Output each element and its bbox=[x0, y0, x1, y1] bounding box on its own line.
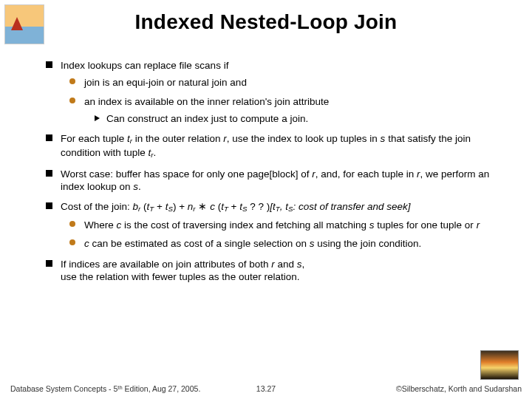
bullet-4-2-text: c can be estimated as cost of a single s… bbox=[84, 238, 421, 249]
slide-title: Indexed Nested-Loop Join bbox=[0, 0, 532, 34]
bullet-4: Cost of the join: br (tT + tS) + nr ∗ c … bbox=[46, 200, 510, 250]
slide-body: Index lookups can replace file scans if … bbox=[46, 59, 510, 290]
footer-right: ©Silberschatz, Korth and Sudarshan bbox=[396, 384, 522, 393]
bullet-5-text: If indices are available on join attribu… bbox=[61, 259, 304, 282]
bullet-1-2-1: Can construct an index just to compute a… bbox=[95, 112, 510, 125]
bullet-3: Worst case: buffer has space for only on… bbox=[46, 168, 510, 194]
bullet-1-1-text: join is an equi-join or natural join and bbox=[84, 77, 247, 88]
footer: Database System Concepts - 5th Edition, … bbox=[0, 384, 532, 393]
bullet-4-1-text: Where c is the cost of traversing index … bbox=[84, 219, 480, 231]
bullet-4-2: c can be estimated as cost of a single s… bbox=[69, 237, 510, 250]
bullet-4-1: Where c is the cost of traversing index … bbox=[69, 219, 510, 231]
bullet-1-1: join is an equi-join or natural join and bbox=[69, 76, 510, 89]
bullet-1-2: an index is available on the inner relat… bbox=[69, 95, 510, 126]
bullet-1-text: Index lookups can replace file scans if bbox=[61, 60, 228, 71]
bullet-2: For each tuple tr in the outer relation … bbox=[46, 132, 510, 160]
bullet-1-2-1-text: Can construct an index just to compute a… bbox=[106, 113, 308, 124]
bullet-3-text: Worst case: buffer has space for only on… bbox=[61, 168, 489, 192]
logo-top-left bbox=[4, 4, 44, 44]
bullet-1-2-text: an index is available on the inner relat… bbox=[84, 96, 329, 107]
bullet-1: Index lookups can replace file scans if … bbox=[46, 59, 510, 125]
bullet-2-text: For each tuple tr in the outer relation … bbox=[61, 133, 471, 158]
logo-bottom-right bbox=[480, 350, 519, 380]
bullet-5: If indices are available on join attribu… bbox=[46, 258, 510, 284]
footer-center: 13.27 bbox=[256, 384, 276, 393]
bullet-4-text: Cost of the join: br (tT + tS) + nr ∗ c … bbox=[61, 201, 411, 212]
footer-left: Database System Concepts - 5th Edition, … bbox=[10, 384, 200, 393]
